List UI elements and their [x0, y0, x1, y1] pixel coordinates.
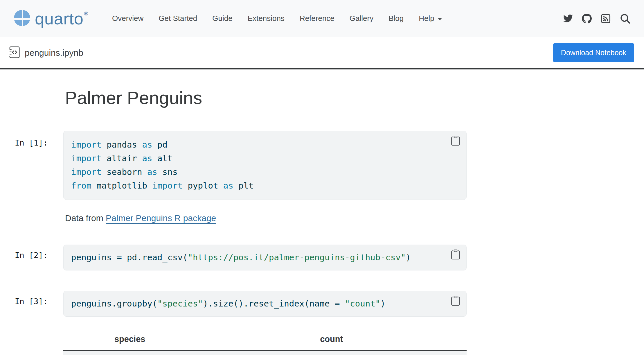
registered-mark: ®: [84, 10, 88, 17]
nav-item-extensions[interactable]: Extensions: [248, 14, 285, 23]
code-cell: In [2]:penguins = pd.read_csv("https://p…: [63, 245, 467, 270]
nav-item-reference[interactable]: Reference: [300, 14, 334, 23]
rss-icon[interactable]: [601, 14, 611, 24]
code-block: penguins = pd.read_csv("https://pos.it/p…: [63, 245, 467, 270]
search-icon[interactable]: [620, 13, 631, 24]
code-block: import pandas as pdimport altair as alti…: [63, 131, 467, 200]
nav-item-get-started[interactable]: Get Started: [159, 14, 197, 23]
code-cell: In [3]:penguins.groupby("species").size(…: [63, 291, 467, 317]
table-cell: [63, 351, 196, 355]
brand-name: quarto®: [35, 10, 88, 27]
nav-item-label: Gallery: [350, 14, 373, 23]
markdown-paragraph: Data from Palmer Penguins R package: [65, 213, 467, 223]
notebook-subheader: penguins.ipynb Download Notebook: [0, 37, 644, 69]
nav-menu: OverviewGet StartedGuideExtensionsRefere…: [112, 14, 442, 23]
table-header-row: speciescount: [63, 328, 467, 351]
nav-icons: [563, 13, 631, 24]
cells-container: In [1]:import pandas as pdimport altair …: [63, 131, 467, 317]
notebook-file: penguins.ipynb: [9, 46, 83, 59]
table-header-count: count: [196, 328, 467, 351]
github-icon[interactable]: [582, 14, 592, 24]
nav-item-gallery[interactable]: Gallery: [350, 14, 373, 23]
output-table: speciescount: [63, 328, 467, 355]
cell-execution-label: In [1]:: [15, 138, 48, 147]
table-cell: [196, 351, 467, 355]
quarto-logo-icon: [14, 10, 30, 27]
code-cell: In [1]:import pandas as pdimport altair …: [63, 131, 467, 200]
nav-item-label: Guide: [212, 14, 232, 23]
paragraph-text: Data from: [65, 213, 106, 223]
nav-item-guide[interactable]: Guide: [212, 14, 232, 23]
nav-item-label: Help: [419, 14, 434, 23]
clipboard-icon[interactable]: [451, 250, 460, 260]
nav-item-label: Get Started: [159, 14, 197, 23]
nav-item-overview[interactable]: Overview: [112, 14, 143, 23]
table-header-species: species: [63, 328, 196, 351]
code-block: penguins.groupby("species").size().reset…: [63, 291, 467, 317]
page-title: Palmer Penguins: [65, 87, 467, 108]
clipboard-icon[interactable]: [451, 136, 460, 146]
download-notebook-button[interactable]: Download Notebook: [553, 43, 634, 62]
nav-item-blog[interactable]: Blog: [388, 14, 404, 23]
palmer-penguins-link[interactable]: Palmer Penguins R package: [106, 213, 216, 223]
code-line: import altair as alt: [71, 152, 440, 165]
code-line: penguins.groupby("species").size().reset…: [71, 297, 440, 311]
notebook-content: Palmer Penguins In [1]:import pandas as …: [0, 87, 467, 355]
top-navbar: quarto® OverviewGet StartedGuideExtensio…: [0, 0, 644, 37]
code-line: import pandas as pd: [71, 138, 440, 152]
code-line: from matplotlib import pyplot as plt: [71, 179, 440, 193]
cell-execution-label: In [3]:: [15, 297, 48, 306]
code-line: penguins = pd.read_csv("https://pos.it/p…: [71, 251, 440, 264]
quarto-brand[interactable]: quarto®: [14, 10, 88, 27]
cell-execution-label: In [2]:: [15, 251, 48, 260]
notebook-filename: penguins.ipynb: [25, 48, 83, 58]
chevron-down-icon: [438, 18, 442, 20]
twitter-icon[interactable]: [563, 14, 573, 23]
nav-item-label: Overview: [112, 14, 143, 23]
clipboard-icon[interactable]: [451, 296, 460, 306]
nav-item-help[interactable]: Help: [419, 14, 442, 23]
code-line: import seaborn as sns: [71, 165, 440, 179]
nav-item-label: Reference: [300, 14, 334, 23]
journal-code-icon: [9, 46, 20, 59]
table-row: [63, 351, 467, 355]
nav-item-label: Extensions: [248, 14, 285, 23]
nav-item-label: Blog: [388, 14, 404, 23]
